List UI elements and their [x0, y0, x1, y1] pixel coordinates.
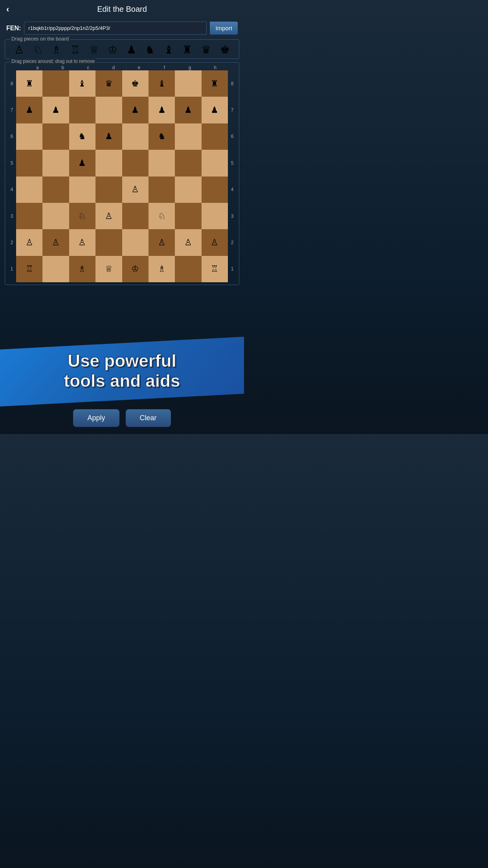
pieces-row: ♙ ♘ ♗ ♖ ♕ ♔ ♟ ♞ ♝ ♜ ♛ ♚ [10, 43, 234, 55]
black-queen[interactable]: ♛ [201, 44, 211, 55]
cell-h3[interactable] [202, 203, 228, 229]
cell-g3[interactable] [175, 203, 201, 229]
cell-b4[interactable] [42, 177, 69, 203]
cell-a8[interactable]: ♜ [16, 70, 42, 97]
cell-h7[interactable]: ♟ [202, 97, 228, 123]
cell-d2[interactable] [95, 229, 122, 256]
cell-e8[interactable]: ♚ [122, 70, 149, 97]
white-queen[interactable]: ♕ [89, 44, 99, 55]
cell-b6[interactable] [42, 123, 69, 150]
cell-f8[interactable]: ♝ [149, 70, 175, 97]
cell-b7[interactable]: ♟ [42, 97, 69, 123]
row-label-7: 7 [228, 97, 237, 123]
chess-board[interactable]: ♜♝♛♚♝♜♟♟♟♟♟♟♞♟♞♟♙♘♙♘♙♙♙♙♙♙♖♗♕♔♗♖ [16, 70, 228, 282]
white-pawn[interactable]: ♙ [14, 44, 24, 55]
cell-f6[interactable]: ♞ [149, 123, 175, 150]
cell-b2[interactable]: ♙ [42, 229, 69, 256]
cell-f5[interactable] [149, 150, 175, 176]
fen-input[interactable] [24, 22, 207, 35]
white-king[interactable]: ♔ [108, 44, 117, 55]
cell-d5[interactable] [95, 150, 122, 176]
white-bishop[interactable]: ♗ [51, 44, 61, 55]
cell-g5[interactable] [175, 150, 201, 176]
cell-a2[interactable]: ♙ [16, 229, 42, 256]
cell-a7[interactable]: ♟ [16, 97, 42, 123]
cell-d7[interactable] [95, 97, 122, 123]
import-button[interactable]: Import [210, 22, 238, 35]
cell-c3[interactable]: ♘ [69, 203, 95, 229]
cell-e2[interactable] [122, 229, 149, 256]
cell-c6[interactable]: ♞ [69, 123, 95, 150]
cell-d6[interactable]: ♟ [95, 123, 122, 150]
cell-c7[interactable] [69, 97, 95, 123]
row-labels-left: 87654321 [7, 70, 16, 282]
row-label-5: 5 [7, 150, 16, 176]
cell-b1[interactable] [42, 256, 69, 282]
board-rows: 87654321 ♜♝♛♚♝♜♟♟♟♟♟♟♞♟♞♟♙♘♙♘♙♙♙♙♙♙♖♗♕♔♗… [7, 70, 237, 282]
cell-c2[interactable]: ♙ [69, 229, 95, 256]
cell-e3[interactable] [122, 203, 149, 229]
cell-d3[interactable]: ♙ [95, 203, 122, 229]
clear-button[interactable]: Clear [126, 409, 171, 427]
fen-row: FEN: Import [0, 18, 244, 38]
black-knight[interactable]: ♞ [145, 44, 155, 55]
row-label-7: 7 [7, 97, 16, 123]
cell-c4[interactable] [69, 177, 95, 203]
cell-c8[interactable]: ♝ [69, 70, 95, 97]
cell-h8[interactable]: ♜ [202, 70, 228, 97]
bottom-buttons: Apply Clear [0, 406, 244, 430]
cell-f4[interactable] [149, 177, 175, 203]
cell-c5[interactable]: ♟ [69, 150, 95, 176]
cell-e5[interactable] [122, 150, 149, 176]
back-button[interactable]: ‹ [6, 4, 9, 15]
cell-c1[interactable]: ♗ [69, 256, 95, 282]
row-label-3: 3 [228, 203, 237, 229]
apply-button[interactable]: Apply [73, 409, 119, 427]
row-label-8: 8 [228, 70, 237, 97]
col-label-d: d [101, 65, 127, 70]
drag-pieces-panel: Drag pieces on the board ♙ ♘ ♗ ♖ ♕ ♔ ♟ ♞… [5, 39, 239, 59]
cell-g7[interactable]: ♟ [175, 97, 201, 123]
black-king[interactable]: ♚ [220, 44, 230, 55]
cell-g6[interactable] [175, 123, 201, 150]
col-label-e: e [127, 65, 152, 70]
cell-f1[interactable]: ♗ [149, 256, 175, 282]
cell-h5[interactable] [202, 150, 228, 176]
cell-b5[interactable] [42, 150, 69, 176]
row-label-5: 5 [228, 150, 237, 176]
black-pawn[interactable]: ♟ [127, 44, 136, 55]
cell-d8[interactable]: ♛ [95, 70, 122, 97]
cell-e4[interactable]: ♙ [122, 177, 149, 203]
cell-h6[interactable] [202, 123, 228, 150]
cell-g2[interactable]: ♙ [175, 229, 201, 256]
cell-d4[interactable] [95, 177, 122, 203]
cell-a6[interactable] [16, 123, 42, 150]
banner-text: Use powerful tools and aids [8, 351, 236, 391]
cell-f2[interactable]: ♙ [149, 229, 175, 256]
cell-h2[interactable]: ♙ [202, 229, 228, 256]
cell-e1[interactable]: ♔ [122, 256, 149, 282]
cell-g1[interactable] [175, 256, 201, 282]
cell-b8[interactable] [42, 70, 69, 97]
promo-banner: Use powerful tools and aids [0, 337, 244, 406]
cell-a3[interactable] [16, 203, 42, 229]
cell-a5[interactable] [16, 150, 42, 176]
cell-f7[interactable]: ♟ [149, 97, 175, 123]
cell-d1[interactable]: ♕ [95, 256, 122, 282]
cell-e7[interactable]: ♟ [122, 97, 149, 123]
black-bishop[interactable]: ♝ [164, 44, 174, 55]
cell-g4[interactable] [175, 177, 201, 203]
white-knight[interactable]: ♘ [33, 44, 43, 55]
cell-a1[interactable]: ♖ [16, 256, 42, 282]
cell-a4[interactable] [16, 177, 42, 203]
cell-h1[interactable]: ♖ [202, 256, 228, 282]
cell-e6[interactable] [122, 123, 149, 150]
black-rook[interactable]: ♜ [182, 44, 192, 55]
cell-g8[interactable] [175, 70, 201, 97]
row-label-4: 4 [7, 177, 16, 203]
cell-b3[interactable] [42, 203, 69, 229]
row-label-3: 3 [7, 203, 16, 229]
white-rook[interactable]: ♖ [70, 44, 80, 55]
cell-h4[interactable] [202, 177, 228, 203]
cell-f3[interactable]: ♘ [149, 203, 175, 229]
